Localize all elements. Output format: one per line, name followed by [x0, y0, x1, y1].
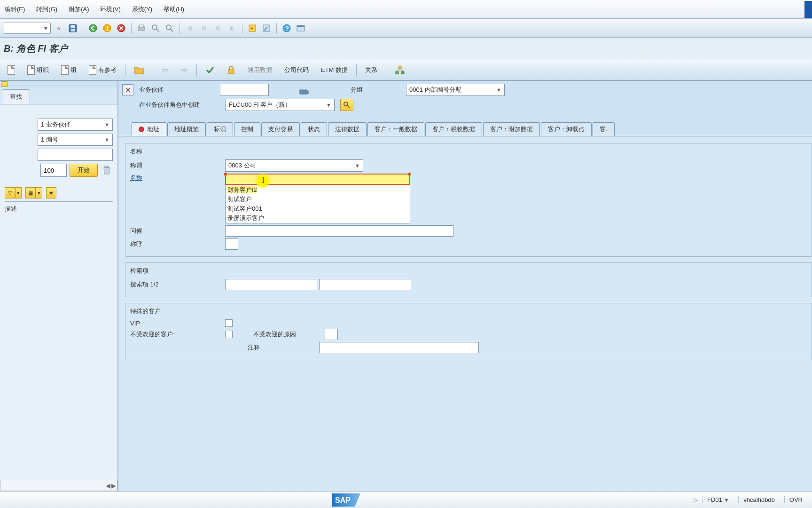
last-page-icon[interactable]: ⎗ — [226, 22, 238, 34]
group-button[interactable]: 组 — [57, 64, 80, 77]
panel-toggle-icon[interactable] — [1, 81, 8, 87]
etm-data-button[interactable]: ETM 数据 — [317, 64, 351, 76]
tab-control[interactable]: 控制 — [234, 122, 260, 136]
group-special-title: 特殊的客户 — [130, 307, 807, 316]
company-code-button[interactable]: 公司代码 — [281, 64, 312, 76]
common-data-button[interactable]: 通用数据 — [244, 64, 276, 76]
help-icon[interactable]: ? — [281, 22, 293, 34]
unwelcome-reason-input[interactable] — [325, 329, 338, 340]
svg-point-8 — [152, 25, 157, 30]
address-form-input[interactable] — [225, 238, 238, 250]
back-dbl-icon[interactable]: « — [53, 22, 65, 34]
ref-button[interactable]: 有参考 — [85, 64, 120, 77]
layout-grid-icon[interactable]: ▦ — [25, 187, 36, 198]
role-search-icon[interactable] — [340, 99, 353, 111]
suggest-item[interactable]: 测试客户 — [226, 195, 410, 204]
group-name-title: 名称 — [130, 147, 807, 156]
left-scrollbar[interactable]: ◀▶ — [0, 480, 117, 491]
salutation-label: 称谓 — [130, 161, 219, 170]
trash-icon[interactable] — [101, 164, 113, 176]
group-label: 分组 — [351, 86, 363, 94]
group-select[interactable]: 0001 内部编号分配▼ — [406, 84, 505, 96]
tab-customer-general[interactable]: 客户：一般数据 — [367, 122, 424, 136]
tab-legal[interactable]: 法律数据 — [328, 122, 367, 136]
svg-text:+: + — [250, 25, 253, 31]
menu-env[interactable]: 环境(V) — [100, 5, 120, 14]
tab-status[interactable]: 状态 — [301, 122, 327, 136]
max-hits-input[interactable] — [40, 164, 67, 177]
menu-attach[interactable]: 附加(A) — [69, 5, 89, 14]
tab-customer-unloading[interactable]: 客户：卸载点 — [541, 122, 592, 136]
cancel-icon[interactable] — [115, 22, 127, 34]
suggest-item[interactable]: 财务客户I2 — [226, 185, 410, 195]
hierarchy-icon[interactable] — [391, 64, 409, 77]
name-input[interactable]: I — [225, 174, 410, 185]
partner-label: 业务伙伴 — [139, 86, 214, 94]
status-tcode: FD01 ▼ — [702, 496, 734, 503]
search2-input[interactable] — [319, 279, 411, 290]
first-page-icon[interactable]: ⎗ — [184, 22, 196, 34]
person-btn-icon[interactable] — [4, 64, 19, 77]
partner-input[interactable] — [220, 84, 269, 96]
vip-checkbox[interactable] — [225, 319, 233, 327]
lock-icon[interactable] — [223, 64, 239, 77]
org-button[interactable]: 组织 — [23, 64, 53, 77]
back-icon[interactable] — [87, 22, 99, 34]
suggest-item[interactable]: 测试客户001 — [226, 204, 410, 214]
close-icon[interactable]: ✕ — [122, 84, 133, 95]
menu-help[interactable]: 帮助(H) — [164, 5, 184, 14]
menu-goto[interactable]: 转到(G) — [36, 5, 57, 14]
svg-line-11 — [171, 29, 173, 32]
exit-icon[interactable] — [101, 22, 113, 34]
tab-customer-more[interactable]: 客. — [593, 122, 615, 136]
start-button[interactable]: 开始 — [70, 164, 98, 177]
suggest-item[interactable]: 录屏演示客户 — [226, 214, 410, 223]
command-field[interactable]: ▼ — [4, 23, 51, 34]
relation-button[interactable]: 关系 — [361, 64, 381, 76]
salutation-select[interactable]: 0003 公司▼ — [225, 159, 363, 172]
svg-text:SAP: SAP — [335, 496, 351, 504]
tab-payment[interactable]: 支付交易 — [261, 122, 300, 136]
new-session-icon[interactable]: + — [246, 22, 258, 34]
find-next-icon[interactable]: + — [164, 22, 176, 34]
tab-customer-additional[interactable]: 客户：附加数据 — [483, 122, 540, 136]
find-value-input[interactable] — [38, 149, 113, 161]
open-folder-icon[interactable] — [130, 64, 148, 76]
note-input[interactable] — [319, 342, 479, 353]
svg-rect-19 — [297, 25, 304, 27]
name-label-link[interactable]: 名称 — [130, 174, 219, 182]
shortcut-icon[interactable] — [260, 22, 273, 34]
unwelcome-checkbox[interactable] — [225, 331, 233, 338]
role-select[interactable]: FLCU00 FI 客户（新）▼ — [226, 99, 335, 111]
nav-back-icon[interactable]: ⇦ — [158, 63, 172, 77]
filter-icon[interactable]: ▽ — [5, 187, 15, 198]
save-icon[interactable] — [67, 22, 79, 34]
greeting-label: 问候 — [130, 227, 219, 235]
nav-fwd-icon[interactable]: ⇨ — [177, 63, 192, 77]
tab-address-overview[interactable]: 地址概览 — [167, 122, 206, 136]
menu-system[interactable]: 系统(Y) — [132, 5, 152, 14]
status-expand-icon[interactable]: ▷ — [693, 496, 697, 503]
tab-address[interactable]: 地址 — [132, 122, 166, 136]
tab-customer-tax[interactable]: 客户：税收数据 — [425, 122, 482, 136]
greeting-input[interactable] — [225, 225, 453, 237]
layout-icon[interactable] — [295, 22, 307, 34]
menu-bar: 编辑(E) 转到(G) 附加(A) 环境(V) 系统(Y) 帮助(H) — [0, 0, 812, 19]
next-page-icon[interactable]: ⎘ — [212, 22, 224, 34]
tab-identification[interactable]: 标识 — [207, 122, 233, 136]
prev-page-icon[interactable]: ⎘ — [198, 22, 210, 34]
find-field-select[interactable]: 1 编号▼ — [38, 134, 113, 146]
menu-edit[interactable]: 编辑(E) — [5, 5, 25, 14]
print-icon[interactable] — [135, 22, 148, 34]
find-by-select[interactable]: 1 业务伙伴▼ — [38, 119, 113, 131]
find-icon[interactable] — [149, 22, 162, 34]
tab-find[interactable]: 查找 — [2, 89, 30, 104]
check-icon[interactable] — [202, 64, 219, 77]
main-toolbar: ▼ « + ⎗ ⎘ ⎘ ⎗ + ? — [0, 19, 812, 38]
favorite-icon[interactable]: ★ — [46, 187, 56, 198]
layout-drop-icon[interactable]: ▾ — [36, 187, 42, 198]
svg-rect-20 — [228, 70, 234, 74]
filter-drop-icon[interactable]: ▾ — [15, 187, 22, 198]
search1-input[interactable] — [225, 279, 317, 290]
svg-text:?: ? — [285, 25, 289, 32]
